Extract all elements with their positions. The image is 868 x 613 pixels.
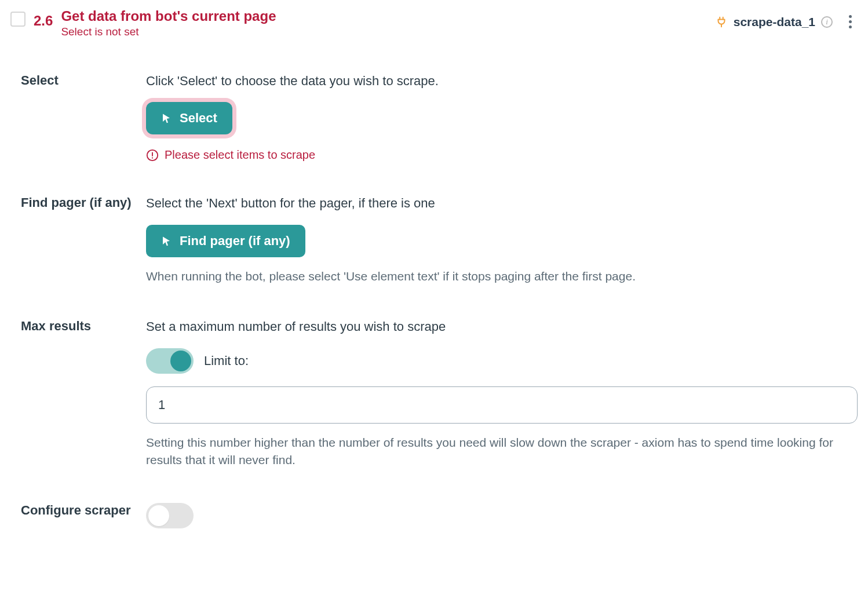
stage-name: scrape-data_1 bbox=[734, 15, 815, 29]
field-configure-scraper: Configure scraper bbox=[21, 503, 858, 528]
select-error-text: Please select items to scrape bbox=[165, 148, 315, 162]
step-checkbox[interactable] bbox=[10, 12, 25, 27]
limit-toggle[interactable] bbox=[146, 348, 194, 374]
step-title-block: Get data from bot's current page Select … bbox=[61, 8, 276, 38]
field-label-max-results: Max results bbox=[21, 319, 146, 334]
step-header-right: scrape-data_1 i bbox=[715, 13, 858, 31]
select-button-label: Select bbox=[180, 111, 217, 126]
svg-point-2 bbox=[152, 157, 153, 158]
plug-icon bbox=[715, 16, 728, 28]
step-title: Get data from bot's current page bbox=[61, 8, 276, 24]
select-error: Please select items to scrape bbox=[146, 148, 858, 162]
field-select: Select Click 'Select' to choose the data… bbox=[21, 73, 858, 162]
kebab-menu[interactable] bbox=[843, 13, 858, 31]
alert-icon bbox=[146, 149, 159, 162]
field-label-pager: Find pager (if any) bbox=[21, 195, 146, 210]
step-subtitle-error: Select is not set bbox=[61, 25, 276, 38]
field-label-configure-scraper: Configure scraper bbox=[21, 503, 146, 518]
field-label-select: Select bbox=[21, 73, 146, 88]
max-results-description: Set a maximum number of results you wish… bbox=[146, 319, 858, 335]
pager-hint: When running the bot, please select 'Use… bbox=[146, 268, 858, 285]
configure-scraper-toggle[interactable] bbox=[146, 503, 194, 528]
cursor-icon bbox=[161, 235, 172, 247]
select-button[interactable]: Select bbox=[146, 102, 232, 134]
info-icon[interactable]: i bbox=[821, 16, 833, 28]
find-pager-button-label: Find pager (if any) bbox=[180, 233, 290, 249]
step-header: 2.6 Get data from bot's current page Sel… bbox=[10, 8, 858, 38]
limit-toggle-label: Limit to: bbox=[204, 353, 249, 368]
max-results-input[interactable] bbox=[146, 386, 858, 424]
step-number: 2.6 bbox=[34, 13, 53, 29]
field-pager: Find pager (if any) Select the 'Next' bu… bbox=[21, 195, 858, 285]
cursor-icon bbox=[161, 112, 172, 125]
pager-description: Select the 'Next' button for the pager, … bbox=[146, 195, 858, 212]
max-results-hint: Setting this number higher than the numb… bbox=[146, 434, 858, 469]
field-max-results: Max results Set a maximum number of resu… bbox=[21, 319, 858, 469]
select-description: Click 'Select' to choose the data you wi… bbox=[146, 73, 858, 90]
find-pager-button[interactable]: Find pager (if any) bbox=[146, 225, 305, 257]
